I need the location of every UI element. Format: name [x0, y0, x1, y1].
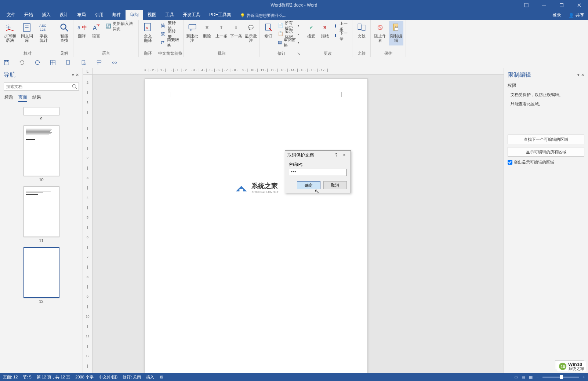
password-input[interactable] — [289, 169, 347, 176]
thumbnail-page-11[interactable]: 11 — [23, 186, 59, 243]
ribbon-display-options-icon[interactable] — [519, 0, 534, 10]
status-track[interactable]: 修订: 关闭 — [123, 374, 141, 380]
all-markup-button[interactable]: 📄所有标记▾ — [276, 22, 301, 29]
show-comments-button[interactable]: 💬显示批注 — [244, 21, 257, 45]
status-words[interactable]: 2908 个字 — [75, 374, 94, 380]
full-translate-button[interactable]: a 全文 翻译 — [141, 21, 155, 45]
thumbnail-page-9[interactable]: 9 — [23, 107, 59, 121]
signin-button[interactable]: 登录 — [549, 11, 565, 20]
thesaurus-button[interactable]: 同义词库 — [19, 21, 35, 45]
highlight-regions-label: 突出显示可编辑的区域 — [514, 160, 554, 165]
qat-touch-button[interactable] — [111, 59, 118, 66]
next-change-button[interactable]: ⬇下一条 — [332, 32, 350, 40]
save-button[interactable] — [3, 59, 10, 66]
tc2sc-button[interactable]: 繁简转繁 — [159, 30, 181, 38]
qat-new-button[interactable] — [65, 59, 72, 66]
tab-file[interactable]: 文件 — [2, 10, 20, 20]
track-changes-button[interactable]: 修订 — [262, 21, 275, 45]
tab-mailings[interactable]: 邮件 — [108, 10, 126, 20]
nav-tab-headings[interactable]: 标题 — [4, 94, 13, 102]
nav-tab-results[interactable]: 结果 — [32, 94, 41, 102]
dialog-titlebar[interactable]: 取消保护文档 ? × — [285, 151, 351, 160]
thumbnail-page-12[interactable]: 12 — [23, 247, 59, 304]
reject-button[interactable]: ✖拒绝 — [319, 21, 331, 45]
word-count-button[interactable]: ABC123 字数 统计 — [36, 21, 51, 45]
thumbnail-page-10[interactable]: 10 — [23, 125, 59, 182]
nav-close-button[interactable]: ✕ — [76, 73, 79, 77]
status-insert[interactable]: 插入 — [146, 374, 154, 380]
tell-me-label: 告诉我您想要做什么... — [247, 13, 286, 18]
spelling-button[interactable]: 字 拼写和语法 — [2, 21, 18, 45]
maximize-button[interactable] — [554, 0, 569, 10]
tab-insert[interactable]: 插入 — [37, 10, 55, 20]
highlight-regions-checkbox[interactable]: 突出显示可编辑的区域 — [508, 160, 584, 165]
sc2tc-button[interactable]: 简繁转简 — [159, 22, 181, 29]
nav-dropdown-icon[interactable]: ▾ — [72, 73, 74, 77]
close-button[interactable] — [572, 0, 587, 10]
sc-tc-convert-button[interactable]: ⇄简繁转换 — [159, 39, 181, 46]
zoom-out-button[interactable]: − — [536, 375, 538, 379]
reject-icon: ✖ — [319, 22, 330, 33]
view-print-layout-button[interactable]: ▤ — [522, 375, 525, 380]
tab-dev-tools[interactable]: 开发工具 — [178, 10, 205, 20]
undo-button[interactable] — [18, 59, 26, 66]
dialog-close-button[interactable]: × — [340, 153, 348, 158]
zoom-slider[interactable] — [542, 377, 579, 378]
reviewing-pane-button[interactable]: ▤审阅窗格▾ — [276, 39, 301, 46]
show-all-regions-button[interactable]: 显示可编辑的所有区域 — [508, 147, 584, 157]
tab-home[interactable]: 开始 — [20, 10, 37, 20]
tab-pdf-tools[interactable]: PDF工具集 — [205, 10, 236, 20]
ribbon-group-comments: 新建批注 ✖删除 ⬆上一条 ⬇下一条 💬显示批注 批注 — [184, 20, 260, 57]
delete-comment-button[interactable]: ✖删除 — [200, 21, 214, 45]
status-language[interactable]: 中文(中国) — [99, 374, 117, 380]
translate-button[interactable]: a中 翻译 — [76, 21, 88, 45]
pane-dropdown-icon[interactable]: ▾ — [577, 73, 580, 77]
document-page[interactable]: 系统之家 XITONGZHIJIA.NET — [145, 78, 368, 373]
next-comment-button[interactable]: ⬇下一条 — [229, 21, 243, 45]
minimize-button[interactable] — [537, 0, 551, 10]
tab-review[interactable]: 审阅 — [126, 10, 143, 20]
ok-button[interactable]: 确定 — [297, 181, 320, 189]
zoom-in-button[interactable]: + — [583, 375, 585, 379]
search-input[interactable] — [4, 83, 79, 91]
qat-print-preview-button[interactable] — [80, 59, 87, 66]
share-button[interactable]: 👤 共享 — [565, 11, 588, 20]
ruler-corner[interactable]: L — [83, 68, 92, 75]
nav-tab-pages[interactable]: 页面 — [18, 94, 27, 102]
status-extra-icon[interactable]: 🖥 — [159, 375, 163, 379]
smart-lookup-button[interactable]: 智能 查找 — [57, 21, 71, 45]
new-comment-button[interactable]: 新建批注 — [186, 21, 199, 45]
tab-layout[interactable]: 布局 — [73, 10, 90, 20]
zoom-slider-thumb[interactable] — [560, 375, 563, 379]
pane-close-button[interactable]: ✕ — [581, 73, 584, 77]
block-authors-button[interactable]: 🚫阻止作者 — [373, 21, 388, 45]
tell-me[interactable]: 💡 告诉我您想要做什么... — [236, 11, 291, 20]
cancel-button[interactable]: 取消 — [323, 181, 347, 189]
tab-design[interactable]: 设计 — [55, 10, 73, 20]
accept-button[interactable]: ✔接受 — [305, 21, 317, 45]
update-ime-button[interactable]: 🔄 更新输入法词典 — [104, 23, 136, 30]
dialog-help-button[interactable]: ? — [332, 153, 340, 158]
compare-button[interactable]: 比较 — [355, 21, 368, 45]
view-web-layout-button[interactable]: ▦ — [529, 375, 533, 380]
search-icon[interactable] — [72, 84, 77, 89]
redo-button[interactable] — [34, 59, 41, 66]
restrict-editing-button[interactable]: 限制编辑 — [389, 21, 404, 45]
status-section[interactable]: 节: 5 — [23, 374, 31, 380]
tab-view[interactable]: 视图 — [143, 10, 161, 20]
prev-change-button[interactable]: ⬆上一条 — [332, 23, 350, 30]
tab-references[interactable]: 引用 — [90, 10, 108, 20]
view-read-mode-button[interactable]: ▭ — [514, 375, 518, 380]
highlight-regions-input[interactable] — [508, 160, 512, 165]
qat-table-button[interactable] — [49, 59, 57, 66]
language-button[interactable]: A字 语言 — [90, 21, 103, 45]
qat-format-button[interactable] — [95, 59, 103, 66]
status-page[interactable]: 页面: 12 — [3, 374, 18, 380]
ruler-vertical[interactable]: 2|1||1|2|3|4|5|6|7|8|9|10|11|12|13|14|15… — [83, 75, 92, 373]
tab-tools[interactable]: 工具 — [161, 10, 178, 20]
show-markup-button[interactable]: 📋显示标记▾ — [276, 30, 301, 38]
find-next-region-button[interactable]: 查找下一个可编辑的区域 — [508, 135, 584, 144]
ruler-horizontal[interactable]: 3 · | · 2 · | · 1 · | · · | · 1 · | · 2 … — [92, 68, 504, 75]
prev-comment-button[interactable]: ⬆上一条 — [215, 21, 228, 45]
status-page-of[interactable]: 第 12 页，共 12 页 — [37, 374, 70, 380]
